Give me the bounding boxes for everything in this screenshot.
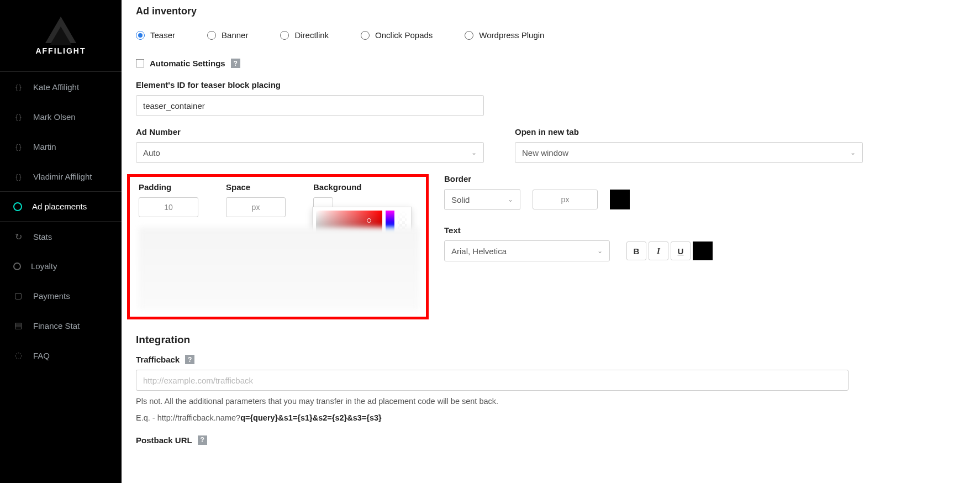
sidebar-user-label: Vladimir Affilight [33, 172, 92, 181]
sidebar-user-label: Mark Olsen [33, 112, 76, 122]
sidebar-user-label: Martin [33, 142, 56, 151]
space-input[interactable] [226, 197, 286, 217]
trafficback-note2: E.q. - http://trafficback.name?q={query}… [136, 412, 966, 424]
ring-icon [13, 202, 22, 211]
chevron-down-icon: ⌄ [850, 149, 856, 156]
ad-type-radios: Teaser Banner Directlink Onclick Popads … [136, 30, 966, 40]
ad-number-label: Ad Number [136, 127, 484, 136]
braces-icon [13, 112, 23, 122]
sidebar-user-label: Kate Affilight [33, 82, 79, 92]
padding-label: Padding [139, 182, 198, 192]
radio-wp[interactable]: Wordpress Plugin [465, 30, 544, 40]
sidebar-user-vladimir[interactable]: Vladimir Affilight [0, 161, 122, 191]
color-indicator-icon [367, 218, 371, 223]
radio-icon [361, 31, 370, 40]
radio-teaser[interactable]: Teaser [136, 30, 175, 40]
text-color-swatch[interactable] [693, 242, 713, 260]
sidebar-user-kate[interactable]: Kate Affilight [0, 72, 122, 102]
appearance-highlight: Padding Space Background [127, 174, 429, 319]
logo-triangle-icon [45, 17, 76, 43]
main-content: Ad inventory Teaser Banner Directlink On… [122, 0, 980, 483]
radio-directlink[interactable]: Directlink [280, 30, 329, 40]
chart-icon [13, 321, 23, 330]
border-label: Border [444, 174, 966, 183]
integration-title: Integration [136, 334, 966, 346]
brand-name: AFFILIGHT [33, 46, 88, 55]
card-icon [13, 291, 23, 301]
border-color-swatch[interactable] [610, 190, 630, 209]
radio-label: Banner [222, 30, 248, 40]
nav-loyalty[interactable]: Loyalty [0, 251, 122, 281]
open-tab-select[interactable]: New window⌄ [515, 142, 863, 163]
nav-payments[interactable]: Payments [0, 281, 122, 311]
radio-icon [465, 31, 473, 40]
font-value: Arial, Helvetica [451, 246, 507, 256]
radio-icon [207, 31, 216, 40]
trafficback-label: Trafficback [136, 355, 180, 364]
logo: AFFILIGHT [0, 0, 122, 72]
ad-number-value: Auto [143, 148, 160, 158]
font-select[interactable]: Arial, Helvetica⌄ [444, 240, 610, 261]
sidebar-user-martin[interactable]: Martin [0, 132, 122, 161]
nav-faq[interactable]: FAQ [0, 340, 122, 370]
ad-number-select[interactable]: Auto⌄ [136, 142, 484, 163]
open-tab-value: New window [522, 148, 568, 158]
radio-label: Onclick Popads [375, 30, 433, 40]
sidebar: AFFILIGHT Kate Affilight Mark Olsen Mart… [0, 0, 122, 483]
braces-icon [13, 82, 23, 92]
faq-icon [13, 350, 23, 360]
chevron-down-icon: ⌄ [471, 149, 477, 156]
el-id-label: Element's ID for teaser block placing [136, 80, 966, 90]
radio-onclick[interactable]: Onclick Popads [361, 30, 433, 40]
nav-label: Ad placements [32, 202, 87, 211]
help-icon[interactable] [198, 435, 207, 445]
circle-icon [13, 262, 21, 270]
radio-icon [136, 31, 145, 40]
nav-label: Loyalty [31, 261, 57, 271]
nav-finance-stat[interactable]: Finance Stat [0, 311, 122, 340]
radio-label: Directlink [294, 30, 329, 40]
nav-label: Finance Stat [33, 321, 80, 330]
space-label: Space [226, 182, 286, 192]
chevron-down-icon: ⌄ [508, 196, 513, 203]
border-style-select[interactable]: Solid⌄ [444, 189, 520, 210]
nav-label: FAQ [33, 351, 50, 360]
help-icon[interactable] [185, 355, 194, 364]
radio-banner[interactable]: Banner [207, 30, 248, 40]
braces-icon [13, 141, 23, 151]
help-icon[interactable] [231, 59, 240, 68]
trafficback-input[interactable] [136, 370, 849, 391]
nav-label: Stats [33, 232, 52, 242]
radio-label: Teaser [150, 30, 175, 40]
italic-button[interactable]: I [649, 242, 668, 260]
trafficback-note1: Pls not. All the additional parameters t… [136, 395, 966, 407]
background-label: Background [313, 182, 362, 192]
padding-input[interactable] [139, 197, 198, 217]
nav-label: Payments [33, 291, 70, 301]
blurred-region [139, 227, 419, 310]
nav-stats[interactable]: Stats [0, 222, 122, 251]
radio-label: Wordpress Plugin [479, 30, 544, 40]
bold-button[interactable]: B [626, 242, 646, 260]
auto-settings-label: Automatic Settings [150, 59, 225, 68]
el-id-input[interactable] [136, 95, 484, 116]
postback-label: Postback URL [136, 435, 192, 445]
radio-icon [280, 31, 289, 40]
page-title: Ad inventory [136, 6, 966, 17]
border-width-input[interactable] [533, 190, 598, 209]
braces-icon [13, 171, 23, 181]
sidebar-user-mark[interactable]: Mark Olsen [0, 102, 122, 132]
text-label: Text [444, 225, 966, 235]
underline-button[interactable]: U [671, 242, 691, 260]
refresh-icon [13, 232, 23, 242]
nav-ad-placements[interactable]: Ad placements [0, 191, 122, 222]
border-style-value: Solid [451, 195, 470, 204]
open-tab-label: Open in new tab [515, 127, 966, 136]
auto-settings-checkbox[interactable] [136, 59, 144, 67]
chevron-down-icon: ⌄ [597, 247, 603, 255]
